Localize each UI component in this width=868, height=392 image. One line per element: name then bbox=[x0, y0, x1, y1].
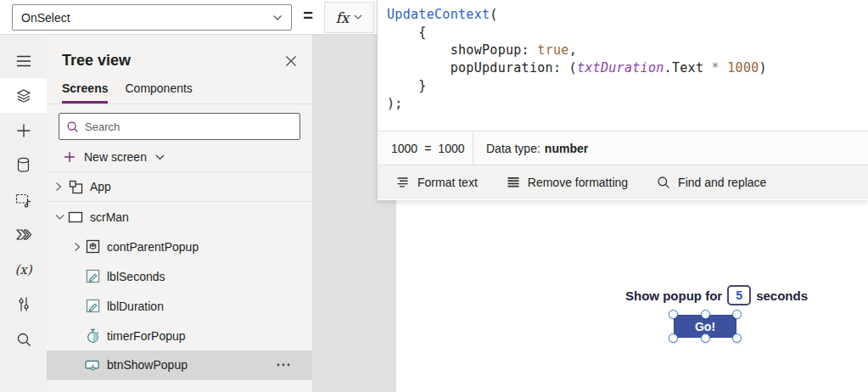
tree-item-label: App bbox=[90, 180, 111, 193]
rail-insert-button[interactable] bbox=[0, 113, 47, 148]
equals-sign: = bbox=[424, 142, 431, 155]
data-type-indicator: Data type: number bbox=[473, 132, 588, 165]
rail-media-button[interactable] bbox=[0, 182, 47, 217]
search-input[interactable] bbox=[85, 120, 293, 133]
find-and-replace-button[interactable]: Find and replace bbox=[657, 176, 766, 189]
remove-formatting-icon bbox=[507, 176, 520, 188]
button-icon bbox=[85, 358, 100, 372]
tree-item-scrman[interactable]: scrMan bbox=[47, 202, 312, 232]
resize-handle-bottom-center[interactable] bbox=[701, 333, 710, 343]
chevron-down-icon bbox=[155, 154, 165, 160]
rail-variables-button[interactable]: (x) bbox=[0, 252, 47, 287]
formula-result-bar: 1000 = 1000 Data type: number bbox=[378, 131, 868, 165]
tree-search-box[interactable] bbox=[59, 113, 300, 140]
code-line: ); bbox=[387, 95, 868, 113]
powerapps-studio: OnSelect = fx bbox=[0, 0, 868, 392]
search-icon bbox=[16, 332, 31, 347]
search-icon bbox=[66, 120, 79, 133]
tree-item-label: contParentPopup bbox=[107, 240, 199, 254]
formula-panel: UpdateContext( { showPopup: true, popUpd… bbox=[377, 0, 868, 200]
insert-plus-icon bbox=[16, 123, 31, 138]
tree-item-lblseconds[interactable]: lblSeconds bbox=[47, 261, 312, 291]
go-button-selection: Go! bbox=[674, 315, 736, 338]
media-icon bbox=[15, 193, 32, 208]
format-text-button[interactable]: Format text bbox=[396, 176, 478, 189]
close-icon bbox=[285, 55, 297, 67]
duration-input[interactable] bbox=[727, 285, 751, 305]
formula-toolbar: Format text Remove formatting Find and r… bbox=[378, 165, 868, 199]
tree-item-contparentpopup[interactable]: contParentPopup bbox=[47, 232, 312, 261]
code-line: popUpduration: (txtDuration.Text * 1000) bbox=[387, 59, 868, 77]
resize-handle-top-right[interactable] bbox=[732, 310, 742, 319]
rail-tree-view-button[interactable] bbox=[0, 78, 47, 113]
tree-item-label: scrMan bbox=[90, 210, 129, 224]
fx-icon: fx bbox=[336, 9, 350, 26]
new-screen-button[interactable]: New screen bbox=[47, 148, 312, 171]
format-text-icon bbox=[396, 176, 410, 188]
equals-sign: = bbox=[299, 6, 317, 25]
tree-item-timerforpopup[interactable]: timerForPopup bbox=[47, 321, 312, 350]
remove-formatting-button[interactable]: Remove formatting bbox=[507, 176, 628, 189]
more-options-icon[interactable] bbox=[277, 363, 290, 367]
chevron-right-icon[interactable] bbox=[74, 242, 85, 252]
chevron-right-icon[interactable] bbox=[55, 182, 68, 192]
label-icon bbox=[85, 269, 100, 283]
formula-top-bar: OnSelect = fx bbox=[0, 0, 377, 35]
timer-icon bbox=[85, 328, 100, 344]
rail-power-automate-button[interactable] bbox=[0, 217, 47, 252]
tab-screens[interactable]: Screens bbox=[62, 81, 108, 104]
plus-icon bbox=[64, 151, 76, 163]
tree-view-panel: Tree view Screens Components New screen bbox=[47, 35, 312, 392]
data-cylinder-icon bbox=[16, 157, 31, 173]
chevron-down-icon[interactable] bbox=[55, 214, 68, 221]
duration-label-after: seconds bbox=[756, 288, 808, 303]
tree-rows: App scrMan bbox=[47, 172, 312, 380]
tree-item-app[interactable]: App bbox=[47, 172, 312, 202]
property-selector-dropdown[interactable]: OnSelect bbox=[12, 4, 292, 31]
code-line: } bbox=[387, 77, 868, 95]
code-line: UpdateContext( bbox=[387, 6, 868, 24]
code-line: { bbox=[387, 24, 868, 42]
formula-editor[interactable]: UpdateContext( { showPopup: true, popUpd… bbox=[378, 0, 868, 131]
new-screen-label: New screen bbox=[84, 150, 147, 164]
resize-handle-top-left[interactable] bbox=[669, 310, 678, 319]
chevron-down-icon bbox=[354, 14, 362, 20]
app-icon bbox=[68, 180, 83, 194]
container-icon bbox=[85, 239, 100, 254]
data-type-value: number bbox=[545, 142, 588, 155]
advanced-tools-icon bbox=[17, 296, 31, 312]
tab-components[interactable]: Components bbox=[125, 81, 192, 104]
chevron-down-icon bbox=[272, 14, 283, 21]
fx-button[interactable]: fx bbox=[324, 2, 374, 33]
code-line: showPopup: true, bbox=[387, 42, 868, 59]
variables-icon: (x) bbox=[14, 262, 31, 277]
duration-control-row: Show popup for seconds bbox=[625, 285, 808, 305]
duration-label-before: Show popup for bbox=[625, 288, 722, 303]
power-automate-icon bbox=[15, 228, 32, 241]
rail-data-button[interactable] bbox=[0, 148, 47, 182]
left-rail: (x) bbox=[0, 35, 47, 392]
close-panel-button[interactable] bbox=[283, 53, 299, 69]
tree-item-label: timerForPopup bbox=[107, 329, 186, 343]
resize-handle-top-center[interactable] bbox=[701, 310, 710, 319]
label-icon bbox=[85, 299, 100, 313]
rail-search-button[interactable] bbox=[0, 322, 47, 356]
panel-title: Tree view bbox=[62, 52, 131, 70]
rail-advanced-tools-button[interactable] bbox=[0, 287, 47, 322]
menu-button[interactable] bbox=[0, 43, 47, 78]
formula-result-value: 1000 = 1000 bbox=[378, 132, 473, 165]
tree-item-label: btnShowPopup bbox=[107, 358, 188, 372]
property-selector-value: OnSelect bbox=[21, 11, 70, 25]
resize-handle-bottom-left[interactable] bbox=[669, 333, 678, 343]
tree-item-btnshowpopup[interactable]: btnShowPopup bbox=[47, 350, 312, 380]
resize-handle-bottom-right[interactable] bbox=[732, 333, 742, 343]
hamburger-menu-icon bbox=[15, 54, 32, 68]
find-replace-icon bbox=[657, 176, 670, 189]
tree-view-icon bbox=[15, 87, 32, 104]
tree-item-lblduration[interactable]: lblDuration bbox=[47, 291, 312, 321]
tree-item-label: lblDuration bbox=[107, 300, 164, 313]
tree-item-label: lblSeconds bbox=[107, 270, 165, 283]
divider bbox=[47, 104, 312, 104]
screen-icon bbox=[68, 211, 83, 223]
